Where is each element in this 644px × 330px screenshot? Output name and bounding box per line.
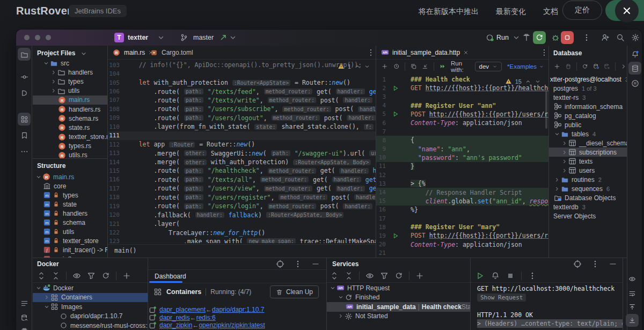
branch-name[interactable]: master xyxy=(193,34,214,41)
prev-warning-icon[interactable] xyxy=(525,78,531,85)
add-request-icon[interactable] xyxy=(382,62,388,71)
expand-toolbar-icon[interactable] xyxy=(620,62,627,71)
kebab-menu-icon[interactable] xyxy=(528,272,537,280)
code-line[interactable] xyxy=(477,302,623,311)
project-toolwindow-icon[interactable] xyxy=(18,48,31,61)
code-line[interactable]: 123 .make_span_with( new_make_span: trac… xyxy=(108,237,376,243)
tree-item-images[interactable]: Images xyxy=(33,302,148,312)
code-line[interactable]: 21 xyxy=(376,249,548,258)
tree-item-src[interactable]: src xyxy=(33,58,107,68)
tree-item-handlers[interactable]: handlers xyxy=(33,68,107,77)
code-line[interactable]: 104 xyxy=(108,69,376,78)
tree-item-row[interactable]: dapr_placement ← daprio/dapr:1.10.7 xyxy=(148,306,326,314)
banner-link-whatsnew[interactable]: 将在新版本中推出 xyxy=(419,7,479,17)
database-changes-toolwindow-icon[interactable] xyxy=(18,311,31,324)
tree-item-textter-store-rs[interactable]: Rtextter_store.rs xyxy=(33,133,107,142)
prev-warning-icon[interactable] xyxy=(354,63,361,70)
code-line[interactable]: GET http://localhost:3000/healthcheck xyxy=(477,284,623,293)
tree-item-state-rs[interactable]: Rstate.rs xyxy=(33,123,107,132)
tab-http-file[interactable]: API initial_sample_data.http xyxy=(376,46,473,59)
stop-button[interactable] xyxy=(561,31,574,44)
kebab-menu-icon[interactable] xyxy=(582,33,591,42)
next-warning-icon[interactable] xyxy=(535,78,541,85)
attach-icon[interactable] xyxy=(565,62,572,71)
build-hammer-icon[interactable] xyxy=(522,33,531,42)
code-line[interactable]: HTTP/1.1 200 OK xyxy=(477,311,623,319)
tree-item-handlers[interactable]: mhandlers xyxy=(33,209,107,218)
database-toolwindow-icon[interactable] xyxy=(628,62,641,75)
window-dot-1[interactable] xyxy=(24,35,30,40)
notifications-icon[interactable] xyxy=(491,272,500,280)
code-line[interactable]: 120 .fallback( handler: fallback) :Route… xyxy=(108,210,376,219)
code-line[interactable]: 9 "name": "ann", xyxy=(376,145,548,153)
disconnect-icon[interactable] xyxy=(604,62,610,71)
tree-item-tables[interactable]: tables4 xyxy=(549,129,627,138)
tree-item-users[interactable]: users xyxy=(549,166,627,175)
tree-item-textter-store[interactable]: mtextter_store xyxy=(33,236,107,245)
code-line[interactable]: 112 let app :Router = Router::new() xyxy=(108,140,376,149)
code-line[interactable]: 11} xyxy=(376,162,548,171)
tree-item-xtter-postgres-localhost[interactable]: xtter-postgres@localhost3 xyxy=(549,75,627,84)
code-line[interactable]: 5POST http://{{host}}:{{port}}/users/reg… xyxy=(376,110,548,119)
code-line[interactable]: 110 .layer(from_fn_with_state( state: sh… xyxy=(108,122,376,131)
code-line[interactable]: 19POST http://{{host}}:{{port}}/users/re… xyxy=(376,231,548,240)
code-line[interactable]: 3 xyxy=(376,92,548,101)
scrollbar[interactable] xyxy=(545,91,547,129)
kebab-menu-icon[interactable] xyxy=(591,260,599,268)
code-line[interactable]: 121 .layer( xyxy=(108,219,376,228)
scroll-to-top-icon[interactable] xyxy=(626,300,639,313)
tree-item-daprio-dapr-1-10-7[interactable]: daprio/dapr:1.10.7 xyxy=(33,312,148,321)
tree-item-row[interactable]: APIinitial_sample_data | Health check St… xyxy=(327,302,470,312)
next-warning-icon[interactable] xyxy=(364,63,370,70)
tree-item-state[interactable]: mstate xyxy=(33,200,107,209)
pricing-button[interactable]: 定价 xyxy=(562,1,602,20)
code-line[interactable]: 12 xyxy=(376,171,548,179)
tree-item-main-rs[interactable]: Rmain.rs xyxy=(33,172,107,181)
tree-item-server-objects[interactable]: Server Objects xyxy=(549,211,627,221)
code-line[interactable]: 107 .route( path: "/texts/write", method… xyxy=(108,96,376,105)
tree-item-messense-rust-musl-cross-x86-6[interactable]: messense/rust-musl-cross:x86_6 xyxy=(33,321,148,330)
tree-item-routines[interactable]: routines2 xyxy=(549,175,627,184)
expand-all-icon[interactable] xyxy=(330,272,339,280)
collapse-all-icon[interactable] xyxy=(52,272,60,280)
kebab-menu-icon[interactable] xyxy=(540,48,548,57)
console-output[interactable]: GET http://localhost:3000/healthcheckSho… xyxy=(471,284,623,330)
filter-icon[interactable] xyxy=(380,272,389,280)
tree-item-utils[interactable]: mutils xyxy=(33,227,107,236)
http-code[interactable]: 1### Health check2GET http://{{host}}:{{… xyxy=(376,75,548,258)
debug-icon[interactable] xyxy=(551,33,560,42)
code-line[interactable]: 18### Register User "mary" xyxy=(376,223,548,231)
code-line[interactable]: 10 "password": "ann's password" xyxy=(376,153,548,162)
scroll-to-end-icon[interactable] xyxy=(626,314,639,327)
code-line[interactable]: 109 .route( path: "/users/logout", metho… xyxy=(108,114,376,122)
code-line[interactable]: 20Content-Type: application/json xyxy=(376,240,548,249)
soft-wrap-icon[interactable] xyxy=(626,287,639,300)
tree-item-init-tracer-res[interactable]: finit_tracer() -> Res xyxy=(33,245,107,254)
kebab-menu-icon[interactable] xyxy=(294,260,302,268)
collapse-all-icon[interactable] xyxy=(345,272,353,280)
code-line[interactable]: 4### Register User "ann" xyxy=(376,101,548,110)
tree-item-types-rs[interactable]: Rtypes.rs xyxy=(33,142,107,151)
refresh-icon[interactable] xyxy=(101,272,110,280)
refresh-icon[interactable] xyxy=(582,62,588,71)
inspection-widget[interactable]: 1 xyxy=(338,63,370,70)
tree-item-textter-rs[interactable]: textter-rs3 xyxy=(549,93,627,102)
chevron-down-icon[interactable] xyxy=(80,50,87,57)
code-line[interactable]: 114 .merge( other: with_auth_protection)… xyxy=(108,158,376,166)
tree-item-docker[interactable]: Docker xyxy=(33,283,148,293)
tree-item-information-schema[interactable]: information_schema xyxy=(549,102,627,111)
window-dot-2[interactable] xyxy=(35,35,40,40)
add-service-icon[interactable] xyxy=(415,272,424,280)
show-options-icon[interactable] xyxy=(365,272,374,280)
minimize-icon[interactable] xyxy=(609,260,617,268)
code-line[interactable]: 2GET http://{{host}}:{{port}}/healthchec… xyxy=(376,84,548,92)
tree-item-subscriptions[interactable]: subscriptions xyxy=(549,148,627,157)
inspection-widget[interactable]: 15 xyxy=(505,78,541,85)
expand-all-icon[interactable] xyxy=(37,272,46,280)
add-connection-icon[interactable] xyxy=(122,272,131,280)
env-select[interactable]: dev xyxy=(475,62,502,71)
tab-cargo-toml[interactable]: Cargo.toml xyxy=(145,46,197,59)
code-line[interactable]: 108 .route( path: "/users/subscribe", me… xyxy=(108,105,376,113)
import-icon[interactable] xyxy=(422,62,428,71)
project-name[interactable]: textter xyxy=(128,34,148,41)
